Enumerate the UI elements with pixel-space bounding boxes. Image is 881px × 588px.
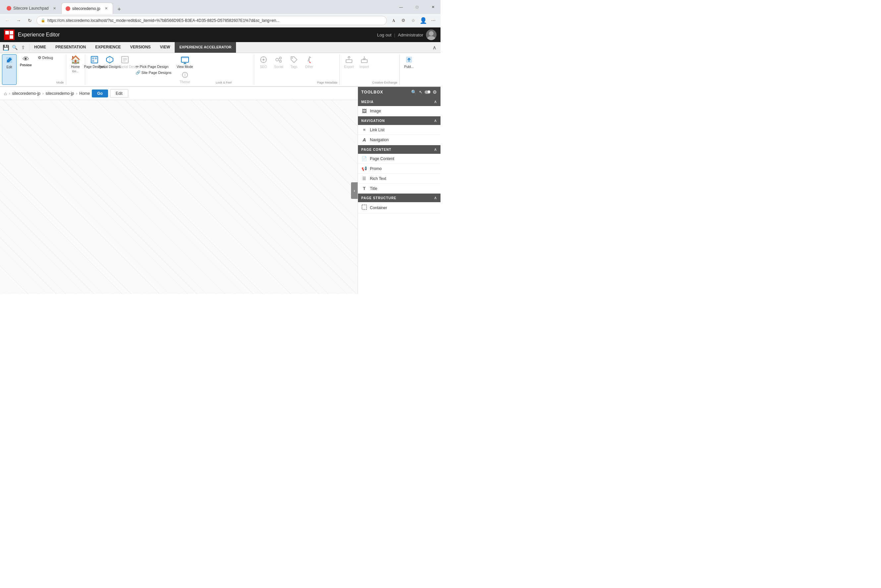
page-content-section-label: PAGE CONTENT: [361, 148, 391, 152]
social-button[interactable]: Social: [271, 54, 286, 85]
edit-button[interactable]: Edit: [2, 54, 16, 85]
url-text: https://cm.sitecoredemo.localhost/?sc_mo…: [47, 18, 382, 23]
profile-button[interactable]: 👤: [419, 16, 428, 25]
partial-designs-button[interactable]: Partial Designs: [102, 54, 117, 85]
theme-button[interactable]: Theme: [175, 70, 195, 85]
tags-icon: [289, 55, 299, 64]
toolbox-section-page-content[interactable]: PAGE CONTENT ∧: [358, 145, 440, 154]
svg-point-0: [429, 31, 433, 36]
breadcrumb-item-3[interactable]: Home: [79, 91, 90, 96]
toolbox-search-icon[interactable]: 🔍: [411, 90, 417, 95]
save-button[interactable]: 💾: [2, 44, 10, 51]
toolbox-settings-icon[interactable]: ⚙: [433, 90, 437, 95]
ribbon-tab-versions[interactable]: VERSIONS: [126, 42, 156, 53]
import-button[interactable]: Import: [357, 54, 372, 85]
other-button[interactable]: Other: [302, 54, 316, 85]
tab2-favicon: [66, 6, 70, 11]
toolbox-cursor-icon[interactable]: ↖: [419, 90, 423, 94]
refresh-button[interactable]: ↻: [25, 16, 34, 25]
ribbon-group-metadata: SEO Social: [254, 54, 340, 85]
base-partial-design-button[interactable]: Base Partial Design: [118, 54, 132, 85]
home-go-button[interactable]: 🏠 Home Go...: [68, 54, 83, 85]
view-mode-button[interactable]: View Mode: [175, 54, 195, 70]
seo-button[interactable]: SEO: [256, 54, 271, 85]
svg-rect-34: [362, 205, 367, 210]
svg-rect-6: [92, 60, 94, 62]
add-tab-button[interactable]: +: [114, 4, 124, 14]
toolbox-item-promo[interactable]: 📢 Promo: [358, 164, 440, 174]
breadcrumb-item-2[interactable]: sitecoredemo-jp: [46, 91, 74, 96]
favorites-button[interactable]: ☆: [409, 16, 418, 25]
tab1-favicon: [7, 6, 11, 10]
breadcrumb-home-icon: ⌂: [4, 91, 7, 96]
toolbox-item-rich-text[interactable]: ☰ Rich Text: [358, 174, 440, 184]
security-lock-icon: 🔒: [41, 18, 45, 22]
back-button[interactable]: ←: [3, 16, 12, 25]
toolbox-section-navigation[interactable]: NAVIGATION ∧: [358, 116, 440, 125]
ribbon: 💾 🔍 ⇪ HOME PRESENTATION EXPERIENCE VERSI…: [0, 42, 440, 87]
toolbox-section-page-structure[interactable]: PAGE STRUCTURE ∧: [358, 194, 440, 202]
image-icon: 🖼: [361, 108, 367, 114]
toolbox-item-container[interactable]: Container: [358, 202, 440, 213]
debug-button[interactable]: ⚙ Debug: [36, 55, 54, 60]
ribbon-tab-view[interactable]: VIEW: [156, 42, 175, 53]
preview-button[interactable]: 👁 Preview: [19, 55, 33, 67]
ribbon-group-publish: Publ...: [400, 54, 418, 85]
toolbox-toggle-icon[interactable]: [425, 90, 430, 94]
ribbon-tab-experience-accelerator[interactable]: EXPERIENCE ACCELERATOR: [175, 42, 236, 53]
logout-link[interactable]: Log out: [377, 33, 391, 38]
forward-button[interactable]: →: [14, 16, 23, 25]
minimize-button[interactable]: —: [393, 2, 409, 12]
toolbox-header: TOOLBOX 🔍 ↖ ⚙: [358, 87, 440, 98]
svg-line-26: [279, 60, 279, 61]
svg-rect-5: [95, 57, 97, 59]
svg-point-23: [279, 57, 282, 59]
toolbox-toggle-button[interactable]: ›: [351, 182, 358, 199]
site-page-designs-icon: 🔗: [136, 70, 141, 75]
settings-button[interactable]: ⋯: [429, 16, 438, 25]
page-structure-section-label: PAGE STRUCTURE: [361, 196, 396, 200]
maximize-button[interactable]: □: [409, 2, 425, 12]
search-ribbon-button[interactable]: 🔍: [10, 44, 19, 51]
pick-page-design-button[interactable]: ✏ Pick Page Design: [134, 64, 173, 69]
mode-group-label: Mode: [56, 81, 64, 85]
container-icon: [361, 204, 367, 211]
site-page-designs-button[interactable]: 🔗 Site Page Designs: [134, 70, 173, 75]
toolbox-item-title[interactable]: T Title: [358, 184, 440, 194]
export-button[interactable]: Export: [342, 54, 356, 85]
theme-label: Theme: [180, 80, 190, 84]
reading-mode-button[interactable]: 𝐀: [389, 16, 398, 25]
page-designs-button[interactable]: Page Designs: [87, 54, 102, 85]
breadcrumb-item-1[interactable]: sitecoredemo-jp: [12, 91, 40, 96]
page-content-section-chevron: ∧: [434, 147, 437, 152]
toolbox-item-link-list[interactable]: ≡ Link List: [358, 125, 440, 135]
media-section-chevron: ∧: [434, 99, 437, 104]
tab1-close[interactable]: ✕: [52, 6, 57, 11]
tags-button[interactable]: Tags: [287, 54, 301, 85]
ribbon-tab-presentation[interactable]: PRESENTATION: [51, 42, 90, 53]
edit-breadcrumb-button[interactable]: Edit: [110, 89, 128, 98]
page-metadata-group-label: Page Metadata: [317, 81, 337, 85]
close-button[interactable]: ✕: [425, 2, 440, 12]
extensions-button[interactable]: ⚙: [399, 16, 408, 25]
publish-button[interactable]: Publ...: [402, 54, 416, 85]
ribbon-tab-experience[interactable]: EXPERIENCE: [90, 42, 125, 53]
toolbox-section-media[interactable]: MEDIA ∧: [358, 98, 440, 106]
toolbox-item-page-content[interactable]: 📄 Page Content: [358, 154, 440, 164]
url-bar[interactable]: 🔒 https://cm.sitecoredemo.localhost/?sc_…: [36, 16, 387, 25]
toolbox-panel: TOOLBOX 🔍 ↖ ⚙ MEDIA ∧: [358, 87, 440, 294]
share-ribbon-button[interactable]: ⇪: [19, 44, 27, 51]
browser-tab-1[interactable]: Sitecore Launchpad ✕: [3, 3, 61, 14]
toolbox-item-navigation[interactable]: A Navigation: [358, 135, 440, 145]
browser-tab-2[interactable]: sitecoredemo.jp ✕: [61, 3, 113, 14]
ribbon-collapse-button[interactable]: ∧: [429, 42, 440, 53]
tab2-close[interactable]: ✕: [103, 6, 109, 11]
browser-chrome: Sitecore Launchpad ✕ sitecoredemo.jp ✕ +…: [0, 0, 440, 27]
edit-icon: [5, 56, 13, 64]
toolbox-item-image[interactable]: 🖼 Image: [358, 106, 440, 116]
page-content-label: Page Content: [370, 156, 394, 161]
ribbon-tab-home[interactable]: HOME: [30, 42, 51, 53]
go-button[interactable]: Go: [92, 90, 108, 98]
svg-point-17: [262, 58, 265, 61]
breadcrumb-sep-3: ›: [76, 91, 77, 96]
